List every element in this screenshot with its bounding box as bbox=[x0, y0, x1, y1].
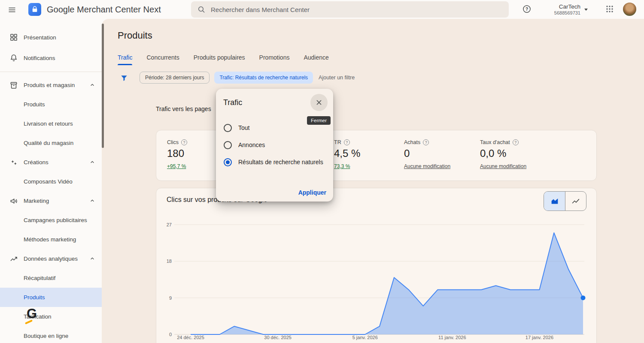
svg-text:0: 0 bbox=[169, 332, 172, 337]
sidebar-item-marketing[interactable]: Marketing bbox=[0, 191, 102, 211]
traffic-filter-chip[interactable]: Trafic: Résultats de recherche naturels bbox=[214, 72, 313, 84]
metric-delta[interactable]: Aucune modification bbox=[404, 163, 450, 169]
metric-value: 0 bbox=[404, 147, 450, 159]
line-chart-toggle-button[interactable] bbox=[565, 192, 586, 211]
sidebar-scrollbar-thumb[interactable] bbox=[102, 24, 104, 148]
option-label: Tout bbox=[238, 124, 249, 131]
area-chart-icon bbox=[550, 196, 559, 206]
hamburger-icon bbox=[8, 6, 16, 14]
svg-text:24 déc. 2025: 24 déc. 2025 bbox=[177, 335, 204, 340]
sidebar-item-label: Livraison et retours bbox=[24, 120, 73, 127]
account-switcher[interactable]: CarTech 5688569731 bbox=[542, 2, 588, 17]
chevron-up-icon bbox=[89, 81, 96, 90]
sidebar-item-label: Produits bbox=[24, 294, 45, 301]
metric-delta[interactable]: 73,3 % bbox=[334, 163, 360, 169]
page-title: Produits bbox=[118, 30, 644, 41]
tab-audience[interactable]: Audience bbox=[304, 50, 328, 65]
apply-button[interactable]: Appliquer bbox=[298, 189, 326, 196]
metric-value: 4,5 % bbox=[334, 147, 360, 159]
period-filter-chip[interactable]: Période: 28 derniers jours bbox=[140, 72, 210, 84]
account-id: 5688569731 bbox=[542, 10, 580, 16]
metric-taux-achat: Taux d'achat? 0,0 % Aucune modification bbox=[480, 139, 526, 169]
sidebar-item-livraison-et-retours[interactable]: Livraison et retours bbox=[0, 114, 102, 133]
metric-label: TR bbox=[334, 139, 341, 145]
line-chart-icon bbox=[571, 196, 580, 206]
shopping-bag-icon bbox=[28, 3, 41, 16]
dialog-close-button[interactable] bbox=[310, 94, 328, 111]
add-filter-button[interactable]: Ajouter un filtre bbox=[319, 75, 355, 81]
sidebar-item-recapitulatif[interactable]: Récapitulatif bbox=[0, 268, 102, 288]
tab-trafic[interactable]: Trafic bbox=[118, 50, 132, 65]
sidebar-item-label: Récapitulatif bbox=[24, 275, 55, 281]
metric-delta[interactable]: Aucune modification bbox=[480, 163, 526, 169]
close-icon bbox=[315, 98, 323, 107]
tab-concurrents[interactable]: Concurrents bbox=[146, 50, 179, 65]
option-label: Résultats de recherche naturels bbox=[238, 159, 323, 165]
svg-text:27: 27 bbox=[167, 222, 172, 227]
help-icon[interactable]: ? bbox=[181, 139, 187, 145]
traffic-options: Tout Annonces Résultats de recherche nat… bbox=[224, 119, 329, 171]
help-icon[interactable]: ? bbox=[423, 139, 429, 145]
sidebar-item-produits-et-magasin[interactable]: Produits et magasin bbox=[0, 75, 102, 95]
sidebar-item-qualite-du-magasin[interactable]: Qualité du magasin bbox=[0, 133, 102, 153]
sidebar-item-composants-video[interactable]: Composants Vidéo bbox=[0, 172, 102, 191]
sidebar-item-produits[interactable]: Produits bbox=[0, 95, 102, 114]
sidebar-item-label: Méthodes marketing bbox=[24, 236, 76, 243]
help-button[interactable]: ? bbox=[522, 4, 532, 15]
option-tout[interactable]: Tout bbox=[224, 119, 329, 136]
sidebar-item-label: Données analytiques bbox=[24, 256, 78, 262]
help-icon[interactable]: ? bbox=[513, 139, 519, 145]
option-resultats-naturels[interactable]: Résultats de recherche naturels bbox=[224, 153, 329, 171]
sidebar-item-notifications[interactable]: Notifications bbox=[0, 48, 102, 68]
area-chart-toggle-button[interactable] bbox=[544, 192, 565, 211]
metric-delta[interactable]: +95,7 % bbox=[167, 163, 187, 169]
metric-ctr: TR? 4,5 % 73,3 % bbox=[334, 139, 360, 169]
sidebar-item-label: Notifications bbox=[24, 55, 55, 61]
sidebar-divider bbox=[0, 72, 102, 72]
apps-grid-button[interactable] bbox=[605, 5, 614, 14]
sidebar-item-label: Qualité du magasin bbox=[24, 140, 73, 146]
sidebar-item-label: Campagnes publicitaires bbox=[24, 217, 87, 223]
sidebar-item-presentation[interactable]: Présentation bbox=[0, 27, 102, 48]
sidebar-item-creations[interactable]: Créations bbox=[0, 153, 102, 172]
metric-label: Clics bbox=[167, 139, 179, 145]
sidebar-item-label: Produits et magasin bbox=[24, 82, 75, 88]
chevron-up-icon bbox=[89, 255, 96, 263]
search-bar[interactable] bbox=[191, 1, 509, 18]
sidebar-item-methodes-marketing[interactable]: Méthodes marketing bbox=[0, 230, 102, 249]
option-annonces[interactable]: Annonces bbox=[224, 136, 329, 153]
search-input[interactable] bbox=[211, 6, 503, 13]
help-icon[interactable]: ? bbox=[344, 139, 350, 145]
account-name: CarTech bbox=[542, 3, 580, 10]
sidebar: Présentation Notifications Produits et m… bbox=[0, 19, 102, 343]
app-title: Google Merchant Center Next bbox=[47, 5, 161, 15]
sidebar-item-label: Boutique en ligne bbox=[24, 333, 68, 339]
svg-text:?: ? bbox=[526, 7, 528, 12]
sidebar-item-donnees-analytiques[interactable]: Données analytiques bbox=[0, 249, 102, 268]
menu-button[interactable] bbox=[7, 5, 17, 15]
traffic-filter-dialog: Trafic Fermer Tout Annonces Résultats de… bbox=[216, 89, 333, 202]
metric-achats: Achats? 0 Aucune modification bbox=[404, 139, 450, 169]
inventory-box-icon bbox=[9, 81, 18, 90]
svg-text:30 déc. 2025: 30 déc. 2025 bbox=[264, 335, 292, 340]
apps-grid-icon bbox=[606, 5, 614, 13]
merchant-center-logo[interactable]: Google Merchant Center Next bbox=[28, 3, 161, 16]
sidebar-item-produits-analytics[interactable]: Produits bbox=[0, 288, 102, 307]
svg-text:17 janv. 2026: 17 janv. 2026 bbox=[526, 335, 553, 340]
chevron-up-icon bbox=[89, 159, 96, 167]
chart-type-toggle bbox=[544, 191, 586, 211]
metric-label: Achats bbox=[404, 139, 420, 145]
metric-value: 0,0 % bbox=[480, 147, 526, 159]
filter-funnel-icon bbox=[120, 74, 128, 82]
metric-clics: Clics? 180 +95,7 % bbox=[167, 139, 187, 169]
sidebar-item-label: Créations bbox=[24, 159, 49, 165]
sidebar-item-label: Produits bbox=[24, 101, 45, 108]
sidebar-item-campagnes-publicitaires[interactable]: Campagnes publicitaires bbox=[0, 211, 102, 230]
tab-promotions[interactable]: Promotions bbox=[259, 50, 290, 65]
sidebar-item-tarification[interactable]: Tarification bbox=[0, 307, 102, 326]
user-avatar[interactable] bbox=[623, 3, 636, 16]
sidebar-item-boutique-en-ligne[interactable]: Boutique en ligne bbox=[0, 326, 102, 343]
tab-produits-populaires[interactable]: Produits populaires bbox=[194, 50, 245, 65]
chart-card: Clics sur vos produits sur Google 091827… bbox=[156, 188, 597, 343]
svg-text:9: 9 bbox=[169, 295, 172, 301]
